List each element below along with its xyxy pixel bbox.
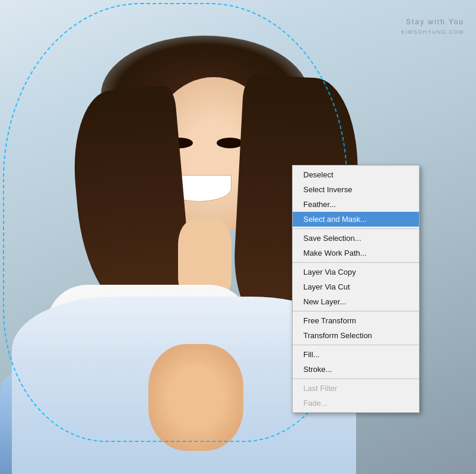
menu-separator <box>293 378 419 379</box>
menu-item-new-layer[interactable]: New Layer... <box>293 294 419 309</box>
menu-separator <box>293 345 419 345</box>
menu-item-make-work-path[interactable]: Make Work Path... <box>293 246 419 260</box>
menu-item-stroke[interactable]: Stroke... <box>293 362 419 377</box>
menu-separator <box>293 228 419 229</box>
eye-right <box>217 138 243 148</box>
menu-item-fill[interactable]: Fill... <box>293 347 419 362</box>
menu-item-transform-selection[interactable]: Transform Selection <box>293 328 419 343</box>
menu-item-select-and-mask[interactable]: Select and Mask... <box>293 212 419 227</box>
context-menu: DeselectSelect InverseFeather...Select a… <box>292 165 420 413</box>
menu-item-save-selection[interactable]: Save Selection... <box>293 231 419 246</box>
hair-left <box>68 85 193 319</box>
menu-item-layer-via-copy[interactable]: Layer Via Copy <box>293 265 419 279</box>
menu-separator <box>293 311 419 311</box>
watermark: Stay with You KIMSOHYUNG.COM <box>401 17 464 37</box>
menu-item-layer-via-cut[interactable]: Layer Via Cut <box>293 279 419 294</box>
menu-item-feather[interactable]: Feather... <box>293 197 419 212</box>
menu-item-last-filter: Last Filter <box>293 381 419 396</box>
menu-item-select-inverse[interactable]: Select Inverse <box>293 182 419 197</box>
watermark-title: Stay with You <box>401 17 464 28</box>
menu-item-fade: Fade... <box>293 396 419 411</box>
menu-item-free-transform[interactable]: Free Transform <box>293 313 419 328</box>
menu-item-deselect[interactable]: Deselect <box>293 167 419 182</box>
watermark-url: KIMSOHYUNG.COM <box>401 28 464 36</box>
menu-separator <box>293 262 419 263</box>
hands <box>148 344 243 451</box>
